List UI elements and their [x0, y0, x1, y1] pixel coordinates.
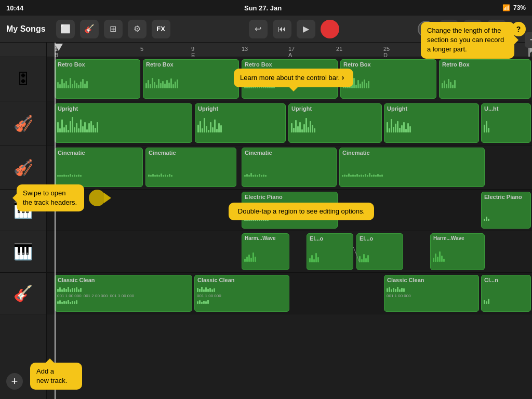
region-retro-box-5[interactable]: Retro Box — [439, 59, 531, 99]
region-label: Classic Clean — [384, 275, 478, 285]
region-label: Harm...Wave — [431, 234, 484, 243]
region-label: Cinematic — [146, 148, 236, 157]
region-cinematic-2[interactable]: Cinematic — [145, 148, 236, 187]
tooltip-add-track: Add anew track. — [30, 363, 82, 390]
wave-bars — [242, 158, 336, 177]
guitar-button[interactable]: 🎸 — [80, 20, 99, 38]
region-label: El...o — [357, 234, 403, 243]
wave-bars — [482, 203, 530, 221]
tooltip-double-tap-text: Double-tap a region to see editing optio… — [238, 207, 365, 215]
region-label: Retro Box — [341, 60, 436, 69]
track-header-retro-box[interactable]: 🎛 — [0, 57, 46, 101]
region-classic-clean-4[interactable]: Cl...n — [481, 275, 531, 312]
region-label: Electric Piano — [242, 192, 337, 202]
play-button[interactable]: ▶ — [297, 20, 315, 38]
region-upright-4[interactable]: Upright — [384, 103, 479, 143]
ruler-mark-17: 17A — [288, 46, 295, 58]
region-classic-clean-3[interactable]: Classic Clean 001 1 00 000 — [384, 275, 479, 312]
grid-button[interactable]: ⊞ — [104, 20, 123, 38]
strings-icon: 🎻 — [8, 152, 39, 183]
region-upright-2[interactable]: Upright — [195, 103, 286, 143]
region-harmonic-wave-1[interactable]: Harm...Wave — [242, 233, 289, 270]
track-header-upright[interactable]: 🎻 — [0, 101, 46, 145]
wave-bars — [307, 244, 353, 262]
tracks-area[interactable]: 1B 5 9E 13 17A 21 25D 29 Retro Box — [47, 43, 532, 399]
region-cinematic-3[interactable]: Cinematic — [242, 148, 337, 187]
tooltip-control-bar-text: Learn more about the control bar. — [240, 74, 340, 82]
app-title[interactable]: My Songs — [6, 24, 46, 34]
connection-line — [353, 247, 360, 262]
battery: 73% — [513, 4, 526, 11]
region-label: Upright — [384, 104, 478, 113]
region-label: Upright — [195, 104, 285, 113]
region-label: Cinematic — [55, 148, 142, 157]
wave-bars — [357, 244, 403, 262]
wave-bars — [55, 158, 142, 177]
guitar-icon: 🎸 — [8, 278, 39, 309]
track-header-harmonic-wave[interactable]: 🎹 — [0, 231, 46, 273]
region-harmonic-wave-2[interactable]: Harm...Wave — [430, 233, 485, 270]
region-label: Cinematic — [242, 148, 336, 157]
region-label: Retro Box — [143, 60, 238, 69]
tooltip-control-bar[interactable]: Learn more about the control bar. › — [234, 69, 353, 87]
region-cinematic-4[interactable]: Cinematic — [339, 148, 485, 187]
wave-bars — [195, 114, 285, 132]
swipe-arrow-indicator — [89, 190, 111, 206]
undo-button[interactable]: ↩ — [249, 20, 268, 38]
region-label: El...o — [307, 234, 353, 243]
wave-bars — [431, 244, 484, 262]
wave-bars — [143, 70, 238, 88]
eq-button[interactable]: ⚙ — [128, 20, 147, 38]
loop-button[interactable]: ⬜ — [56, 20, 75, 38]
drum-icon: 🎛 — [8, 63, 39, 95]
rewind-button[interactable]: ⏮ — [273, 20, 291, 38]
playhead-marker — [55, 44, 63, 51]
region-electric-piano-2[interactable]: Electric Piano — [481, 192, 531, 229]
region-retro-box-4[interactable]: Retro Box — [340, 59, 436, 99]
tooltip-swipe-text: Swipe to openthe track headers. — [23, 189, 77, 206]
keyboard-icon: 🎹 — [8, 236, 39, 268]
track-header-classic-clean[interactable]: 🎸 — [0, 273, 46, 314]
track-row-upright: Upright Upright Upright — [47, 101, 532, 145]
wave-bars — [440, 70, 530, 88]
region-cinematic-1[interactable]: Cinematic — [55, 148, 143, 187]
ruler-mark-13: 13 — [242, 46, 248, 52]
region-label: U...ht — [482, 104, 530, 113]
region-label: Harm...Wave — [242, 234, 289, 243]
time: 10:44 — [6, 4, 23, 12]
wave-bars — [55, 114, 192, 132]
ruler-mark-21: 21 — [336, 46, 342, 52]
region-label: Retro Box — [242, 60, 337, 69]
track-header-cinematic[interactable]: 🎻 — [0, 145, 46, 190]
add-track-button[interactable]: + — [6, 373, 23, 390]
wave-bars — [340, 158, 484, 177]
wave-bars — [384, 114, 478, 132]
date: Sun 27. Jan — [244, 4, 282, 12]
region-label: Retro Box — [440, 60, 530, 69]
region-upright-3[interactable]: Upright — [288, 103, 382, 143]
wave-bars — [242, 244, 289, 262]
region-upright-5[interactable]: U...ht — [481, 103, 531, 143]
fx-button[interactable]: FX — [152, 20, 170, 38]
wave-bars — [482, 114, 530, 132]
region-upright-1[interactable]: Upright — [55, 103, 192, 143]
region-classic-clean-1[interactable]: Classic Clean 001 1 00 000001 2 00 00000… — [55, 275, 192, 312]
region-label: Cl...n — [482, 275, 530, 285]
track-row-harmonic-wave: Harm...Wave El...o El...o — [47, 231, 532, 273]
region-retro-box-2[interactable]: Retro Box — [143, 59, 239, 99]
region-label: Upright — [289, 104, 381, 113]
region-elo-1[interactable]: El...o — [307, 233, 353, 270]
region-elo-2[interactable]: El...o — [356, 233, 403, 270]
tooltip-add-track-text: Add anew track. — [36, 367, 67, 384]
tooltip-section-length-text: Change the length of the section so you … — [427, 26, 504, 53]
section-extend-button[interactable]: + — [525, 32, 532, 48]
record-button[interactable] — [321, 20, 339, 38]
track-rows: Retro Box Retro Box Retro Box — [47, 57, 532, 399]
region-label: Cinematic — [340, 148, 484, 157]
track-headers: 🎛 🎻 🎻 🎹 🎹 🎸 — [0, 43, 47, 399]
status-bar: 10:44 Sun 27. Jan 📶 73% — [0, 0, 532, 16]
region-classic-clean-2[interactable]: Classic Clean 001 1 00 000 — [194, 275, 289, 312]
track-row-cinematic: Cinematic Cinematic Cinematic — [47, 145, 532, 190]
wave-bars — [482, 286, 530, 304]
region-retro-box-1[interactable]: Retro Box — [55, 59, 140, 99]
